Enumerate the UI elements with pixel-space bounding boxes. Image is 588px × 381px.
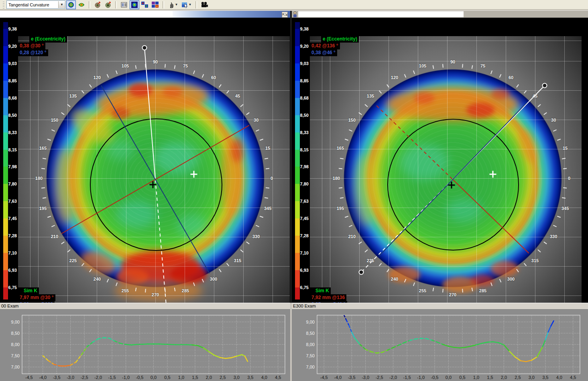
polar-angle-label: 180 <box>333 176 340 181</box>
left-title-field[interactable] <box>0 11 173 17</box>
x-tick-label: 3,0 <box>529 375 535 380</box>
color-scale-value: 7,80 <box>4 181 17 186</box>
color-scale-value: 9,38 <box>296 26 309 31</box>
x-tick-label: 0,0 <box>151 375 157 380</box>
exam-label-bar: E300 Exam <box>292 303 588 310</box>
color-scale-value: 8,85 <box>296 78 309 83</box>
polar-angle-label: 345 <box>264 206 271 211</box>
y-tick-label: 7,50 <box>301 353 315 358</box>
color-scale-value: 8,33 <box>296 130 309 135</box>
color-scale-value: 7,28 <box>4 233 17 238</box>
panel-divider-bottom <box>290 303 292 381</box>
x-tick-label: -4,5 <box>25 375 33 380</box>
patient-icon <box>293 11 298 17</box>
x-tick-label: 3,5 <box>542 375 548 380</box>
x-tick-label: -1,5 <box>108 375 116 380</box>
right-map-area: 0153045607590105120135150165180195210225… <box>292 18 588 303</box>
polar-angle-label: 255 <box>122 288 129 293</box>
polar-angle-label: 120 <box>94 75 101 80</box>
x-tick-label: -0,5 <box>136 375 144 380</box>
polar-angle-label: 315 <box>531 258 539 263</box>
color-scale-value: 8,15 <box>4 147 17 152</box>
exam-label-bar: 00 Exam <box>0 303 290 310</box>
polar-angle-label: 135 <box>69 94 77 98</box>
right-profile-graph: -4,5-4,0-3,5-3,0-2,5-2,0-1,5-1,0-0,50,00… <box>292 310 588 381</box>
x-tick-label: -2,0 <box>94 375 102 380</box>
exam-label: E300 Exam <box>293 304 316 308</box>
polar-angle-label: 285 <box>182 288 189 293</box>
color-scale-value: 7,45 <box>4 216 17 221</box>
profile-curve <box>342 311 553 362</box>
x-tick-label: -1,0 <box>417 375 425 380</box>
topography-app: Tangential Curvature ▼ <box>0 0 588 381</box>
measure-endpoint-marker <box>542 83 547 88</box>
x-tick-label: 1,5 <box>487 375 493 380</box>
polar-angle-label: 330 <box>252 234 260 239</box>
color-scale-value: 8,68 <box>296 96 309 100</box>
left-panel-titlebar[interactable]: ⇱⇲ <box>0 11 290 18</box>
polar-angle-label: 330 <box>550 234 557 239</box>
polar-angle-label: 300 <box>210 277 217 281</box>
color-scale-value: 6,93 <box>4 268 17 273</box>
x-tick-label: 2,0 <box>501 375 507 380</box>
left-topography-map[interactable]: 0153045607590105120135150165180195210225… <box>18 36 290 320</box>
x-tick-label: 0,5 <box>164 375 170 380</box>
y-tick-label: 7,00 <box>6 365 20 369</box>
x-tick-label: -3,5 <box>53 375 61 380</box>
x-tick-label: 3,0 <box>234 375 240 380</box>
polar-angle-label: 225 <box>69 258 77 263</box>
profile-chart <box>0 310 290 381</box>
polar-angle-label: 195 <box>337 206 344 211</box>
restore-icon[interactable]: ⇱⇲ <box>282 12 288 18</box>
polar-angle-label: 105 <box>122 63 129 68</box>
right-title-field[interactable] <box>298 11 464 17</box>
y-tick-label: 8,50 <box>6 331 20 336</box>
polar-tick <box>563 168 567 169</box>
apex-cross <box>448 182 455 189</box>
x-tick-label: -3,5 <box>348 375 356 380</box>
polar-angle-label: 15 <box>563 146 568 151</box>
polar-angle-label: 15 <box>265 146 270 151</box>
polar-angle-label: 60 <box>509 75 513 80</box>
profile-curve <box>43 338 248 366</box>
polar-tick <box>41 168 45 169</box>
x-tick-label: 3,5 <box>247 375 253 380</box>
x-tick-label: 1,0 <box>473 375 479 380</box>
color-scale-value: 9,20 <box>296 44 309 49</box>
x-tick-label: -4,5 <box>320 375 328 380</box>
y-tick-label: 8,00 <box>301 342 315 347</box>
color-scale-value: 9,03 <box>296 61 309 66</box>
color-scale-value: 7,45 <box>296 216 309 221</box>
x-tick-label: -1,5 <box>403 375 411 380</box>
x-tick-label: -4,0 <box>334 375 342 380</box>
color-scale-value: 8,50 <box>4 113 17 118</box>
cursor-cross <box>191 171 197 178</box>
x-tick-label: 2,5 <box>515 375 521 380</box>
eccentricity-steep: 0,42 @136 ° <box>310 43 340 49</box>
x-tick-label: 1,5 <box>192 375 198 380</box>
cursor-cross <box>490 171 496 178</box>
x-tick-label: -2,0 <box>389 375 397 380</box>
x-tick-label: -0,5 <box>431 375 439 380</box>
eccentricity-steep: 0,38 @30 ° <box>18 43 45 49</box>
polar-angle-label: 165 <box>39 146 47 151</box>
color-scale-value: 9,38 <box>4 26 17 31</box>
right-topography-map[interactable]: 0153045607590105120135150165180195210225… <box>310 36 582 320</box>
x-tick-label: 1,0 <box>178 375 184 380</box>
polar-angle-label: 75 <box>480 63 485 68</box>
exam-label: 00 Exam <box>1 304 18 308</box>
right-map-panel: 0153045607590105120135150165180195210225… <box>292 0 588 381</box>
color-scale-value: 6,93 <box>296 268 309 273</box>
polar-angle-label: 345 <box>562 206 569 211</box>
color-scale-value: 7,10 <box>296 251 309 255</box>
x-tick-label: 2,0 <box>206 375 212 380</box>
polar-angle-label: 150 <box>348 118 356 122</box>
polar-angle-label: 195 <box>39 206 47 211</box>
panel-divider <box>290 11 292 303</box>
color-scale-value: 8,50 <box>296 113 309 118</box>
polar-angle-label: 45 <box>235 94 240 98</box>
polar-angle-label: 30 <box>551 118 556 122</box>
right-panel-titlebar[interactable] <box>292 11 588 18</box>
color-scale-value: 8,68 <box>4 96 17 100</box>
color-scale-value: 8,15 <box>296 147 309 152</box>
